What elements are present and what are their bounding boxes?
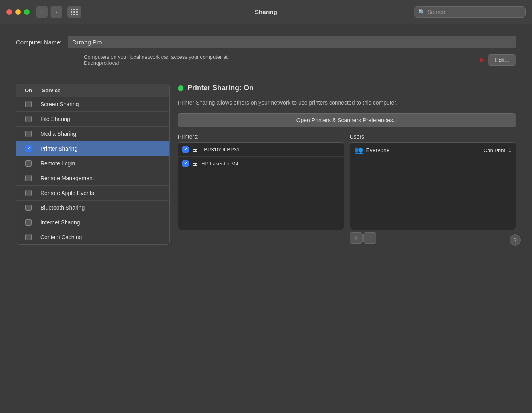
remote-login-checkbox-wrap: [16, 160, 40, 167]
list-actions: + −: [350, 232, 516, 244]
screen-sharing-checkbox[interactable]: [25, 101, 32, 107]
computer-name-label: Computer Name:: [16, 39, 62, 46]
remote-management-checkbox-wrap: [16, 175, 40, 181]
search-input[interactable]: [427, 9, 521, 15]
stepper-up-arrow[interactable]: ▲: [508, 147, 512, 150]
help-button[interactable]: ?: [510, 234, 521, 246]
printer-icon-hp: 🖨: [192, 160, 198, 167]
stepper-down-arrow[interactable]: ▼: [508, 151, 512, 154]
remote-apple-events-checkbox-wrap: [16, 190, 40, 196]
screen-sharing-label: Screen Sharing: [40, 101, 169, 107]
service-item-remote-management[interactable]: Remote Management: [16, 171, 169, 186]
description-text: Printer Sharing allows others on your ne…: [178, 99, 516, 107]
printer-name-lbp3100: LBP3100/LBP31...: [201, 147, 244, 153]
users-list: 👥 Everyone Can Print ▲ ▼: [350, 142, 516, 230]
service-item-remote-login[interactable]: Remote Login: [16, 156, 169, 171]
service-item-media-sharing[interactable]: Media Sharing: [16, 127, 169, 141]
right-panel: Printer Sharing: On Printer Sharing allo…: [178, 84, 516, 245]
remote-management-label: Remote Management: [40, 175, 169, 181]
remove-user-button[interactable]: −: [363, 232, 376, 244]
printer-icon-lbp3100: 🖨: [192, 146, 198, 153]
services-panel: On Service Screen Sharing File Sharing: [16, 84, 170, 245]
printers-label: Printers:: [178, 133, 344, 140]
user-name-everyone: Everyone: [366, 147, 480, 153]
window-title: Sharing: [255, 8, 277, 15]
grid-icon: [71, 9, 78, 15]
content-caching-checkbox-wrap: [16, 234, 40, 240]
file-sharing-checkbox[interactable]: [25, 116, 32, 122]
bluetooth-sharing-label: Bluetooth Sharing: [40, 205, 169, 211]
service-item-internet-sharing[interactable]: Internet Sharing: [16, 215, 169, 230]
status-row: Printer Sharing: On: [178, 84, 516, 92]
media-sharing-checkbox[interactable]: [25, 131, 32, 137]
search-icon: 🔍: [418, 9, 425, 15]
arrow-icon: ➤: [479, 56, 485, 64]
remote-apple-events-checkbox[interactable]: [25, 190, 32, 196]
services-header: On Service: [16, 84, 169, 97]
content-caching-label: Content Caching: [40, 234, 169, 240]
main-content: Computer Name: Computers on your local n…: [0, 24, 532, 257]
printer-check-hp: ✓: [184, 161, 187, 166]
status-title: Printer Sharing: On: [187, 84, 254, 92]
printer-sharing-checkbox-wrap: ✓: [16, 145, 40, 152]
minimize-button[interactable]: [15, 9, 21, 15]
service-item-screen-sharing[interactable]: Screen Sharing: [16, 97, 169, 112]
close-button[interactable]: [6, 9, 12, 15]
users-col: Users: 👥 Everyone Can Print ▲ ▼: [350, 133, 516, 244]
users-label: Users:: [350, 133, 516, 140]
media-sharing-checkbox-wrap: [16, 131, 40, 137]
printer-check-lbp3100: ✓: [184, 147, 187, 152]
printer-checkbox-hp[interactable]: ✓: [182, 160, 189, 167]
traffic-lights: [6, 9, 30, 15]
remote-apple-events-label: Remote Apple Events: [40, 190, 169, 196]
content-caching-checkbox[interactable]: [25, 234, 32, 240]
permission-stepper[interactable]: ▲ ▼: [508, 147, 512, 154]
bluetooth-sharing-checkbox-wrap: [16, 205, 40, 211]
open-prefs-button[interactable]: Open Printers & Scanners Preferences...: [178, 113, 516, 127]
printer-sharing-checkbox[interactable]: ✓: [25, 145, 32, 152]
divider: [16, 74, 516, 74]
service-item-file-sharing[interactable]: File Sharing: [16, 112, 169, 127]
services-header-service: Service: [40, 87, 169, 93]
file-sharing-label: File Sharing: [40, 116, 169, 122]
bluetooth-sharing-checkbox[interactable]: [25, 205, 32, 211]
titlebar: ‹ › Sharing 🔍: [0, 0, 532, 24]
service-item-printer-sharing[interactable]: ✓ Printer Sharing: [16, 141, 169, 156]
add-user-button[interactable]: +: [350, 232, 363, 244]
printers-users-row: Printers: ✓ 🖨 LBP3100/LBP31...: [178, 133, 516, 244]
maximize-button[interactable]: [24, 9, 30, 15]
printer-item-lbp3100: ✓ 🖨 LBP3100/LBP31...: [178, 143, 344, 157]
nav-buttons: ‹ ›: [36, 6, 81, 18]
remote-login-label: Remote Login: [40, 160, 169, 167]
printer-checkbox-lbp3100[interactable]: ✓: [182, 146, 189, 153]
edit-arrow: ➤ Edit...: [479, 54, 516, 66]
edit-button[interactable]: Edit...: [488, 54, 516, 66]
user-permission-everyone: Can Print: [484, 147, 505, 153]
internet-sharing-checkbox[interactable]: [25, 219, 32, 226]
user-item-everyone: 👥 Everyone Can Print ▲ ▼: [350, 143, 516, 158]
status-dot: [178, 85, 183, 91]
media-sharing-label: Media Sharing: [40, 131, 169, 137]
service-item-content-caching[interactable]: Content Caching: [16, 230, 169, 244]
search-bar: 🔍: [414, 6, 526, 18]
users-group-icon: 👥: [354, 146, 363, 155]
internet-sharing-checkbox-wrap: [16, 219, 40, 226]
printer-sharing-label: Printer Sharing: [40, 145, 169, 152]
computer-name-row: Computer Name:: [16, 36, 516, 48]
internet-sharing-label: Internet Sharing: [40, 219, 169, 226]
computer-name-input[interactable]: [68, 36, 516, 48]
screen-sharing-checkbox-wrap: [16, 101, 40, 107]
printer-name-hp: HP LaserJet M4...: [201, 161, 243, 167]
forward-button[interactable]: ›: [50, 6, 62, 18]
service-item-remote-apple-events[interactable]: Remote Apple Events: [16, 186, 169, 201]
remote-login-checkbox[interactable]: [25, 160, 32, 167]
remote-management-checkbox[interactable]: [25, 175, 32, 181]
network-info-row: Computers on your local network can acce…: [16, 54, 516, 66]
two-col: On Service Screen Sharing File Sharing: [16, 84, 516, 245]
back-button[interactable]: ‹: [36, 6, 48, 18]
service-item-bluetooth-sharing[interactable]: Bluetooth Sharing: [16, 201, 169, 215]
services-header-on: On: [16, 87, 40, 93]
printers-col: Printers: ✓ 🖨 LBP3100/LBP31...: [178, 133, 344, 244]
printers-list: ✓ 🖨 LBP3100/LBP31... ✓ 🖨 HP LaserJet M4.…: [178, 142, 344, 230]
grid-button[interactable]: [67, 6, 81, 18]
